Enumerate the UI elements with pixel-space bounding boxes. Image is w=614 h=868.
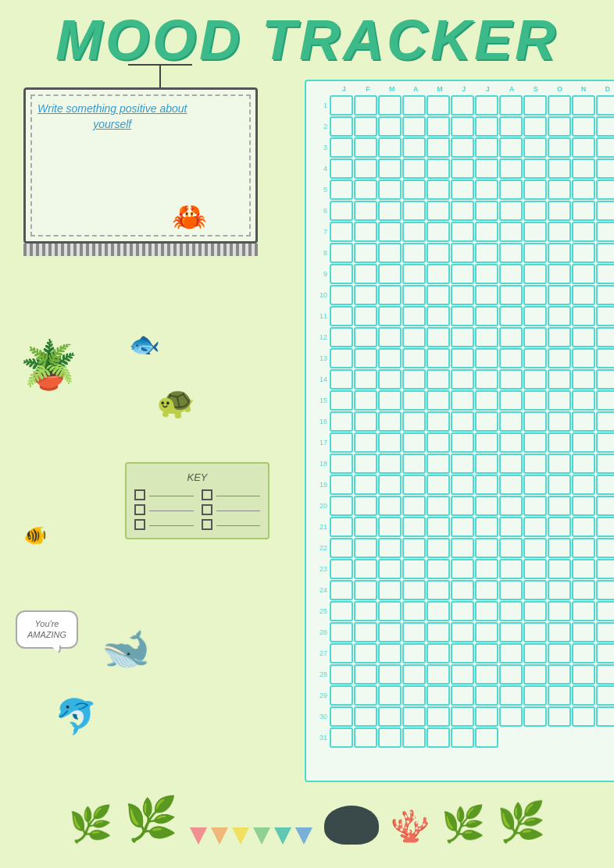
cell-day17-month1[interactable] xyxy=(330,432,353,453)
cell-day28-month7[interactable] xyxy=(475,664,498,685)
cell-day28-month1[interactable] xyxy=(330,664,353,685)
cell-day13-month11[interactable] xyxy=(572,348,595,368)
cell-day14-month4[interactable] xyxy=(402,369,426,390)
cell-day4-month9[interactable] xyxy=(523,158,547,179)
cell-day5-month1[interactable] xyxy=(330,180,353,200)
cell-day14-month2[interactable] xyxy=(354,369,377,390)
cell-day10-month12[interactable] xyxy=(596,285,614,305)
cell-day21-month7[interactable] xyxy=(475,517,498,537)
cell-day20-month3[interactable] xyxy=(378,496,402,516)
cell-day12-month9[interactable] xyxy=(523,327,547,347)
cell-day10-month5[interactable] xyxy=(427,285,450,305)
cell-day2-month10[interactable] xyxy=(548,116,571,137)
cell-day27-month4[interactable] xyxy=(402,643,426,663)
cell-day11-month11[interactable] xyxy=(572,306,595,326)
cell-day26-month12[interactable] xyxy=(596,622,614,642)
cell-day17-month8[interactable] xyxy=(499,432,523,453)
cell-day26-month11[interactable] xyxy=(572,622,595,642)
cell-day16-month1[interactable] xyxy=(330,411,353,432)
cell-day31-month2[interactable] xyxy=(354,727,377,748)
cell-day27-month1[interactable] xyxy=(330,643,353,663)
cell-day22-month3[interactable] xyxy=(378,538,402,558)
cell-day27-month11[interactable] xyxy=(572,643,595,663)
cell-day20-month6[interactable] xyxy=(451,496,474,516)
cell-day15-month7[interactable] xyxy=(475,390,498,411)
cell-day18-month9[interactable] xyxy=(523,454,547,474)
cell-day23-month3[interactable] xyxy=(378,559,402,579)
cell-day17-month3[interactable] xyxy=(378,432,402,453)
cell-day4-month2[interactable] xyxy=(354,158,377,179)
cell-day5-month10[interactable] xyxy=(548,180,571,200)
cell-day29-month7[interactable] xyxy=(475,685,498,706)
cell-day15-month2[interactable] xyxy=(354,390,377,411)
cell-day18-month6[interactable] xyxy=(451,454,474,474)
cell-day22-month5[interactable] xyxy=(427,538,450,558)
cell-day14-month8[interactable] xyxy=(499,369,523,390)
key-checkbox-5[interactable] xyxy=(134,519,145,530)
cell-day7-month7[interactable] xyxy=(475,222,498,242)
cell-day8-month4[interactable] xyxy=(402,243,426,263)
cell-day24-month8[interactable] xyxy=(499,580,523,600)
cell-day18-month8[interactable] xyxy=(499,454,523,474)
cell-day8-month1[interactable] xyxy=(330,243,353,263)
cell-day9-month5[interactable] xyxy=(427,264,450,284)
cell-day24-month1[interactable] xyxy=(330,580,353,600)
cell-day1-month4[interactable] xyxy=(402,95,426,116)
cell-day29-month8[interactable] xyxy=(499,685,523,706)
cell-day30-month6[interactable] xyxy=(451,706,474,727)
cell-day13-month6[interactable] xyxy=(451,348,474,368)
cell-day4-month7[interactable] xyxy=(475,158,498,179)
cell-day22-month10[interactable] xyxy=(548,538,571,558)
cell-day23-month7[interactable] xyxy=(475,559,498,579)
cell-day28-month3[interactable] xyxy=(378,664,402,685)
cell-day11-month3[interactable] xyxy=(378,306,402,326)
cell-day29-month11[interactable] xyxy=(572,685,595,706)
cell-day12-month6[interactable] xyxy=(451,327,474,347)
cell-day28-month8[interactable] xyxy=(499,664,523,685)
cell-day8-month10[interactable] xyxy=(548,243,571,263)
cell-day4-month5[interactable] xyxy=(427,158,450,179)
cell-day5-month7[interactable] xyxy=(475,180,498,200)
cell-day3-month5[interactable] xyxy=(427,137,450,158)
cell-day16-month3[interactable] xyxy=(378,411,402,432)
cell-day23-month4[interactable] xyxy=(402,559,426,579)
cell-day25-month1[interactable] xyxy=(330,601,353,621)
cell-day10-month1[interactable] xyxy=(330,285,353,305)
cell-day11-month6[interactable] xyxy=(451,306,474,326)
cell-day5-month6[interactable] xyxy=(451,180,474,200)
cell-day10-month6[interactable] xyxy=(451,285,474,305)
cell-day30-month8[interactable] xyxy=(499,706,523,727)
cell-day28-month2[interactable] xyxy=(354,664,377,685)
cell-day6-month11[interactable] xyxy=(572,201,595,221)
cell-day7-month11[interactable] xyxy=(572,222,595,242)
cell-day22-month8[interactable] xyxy=(499,538,523,558)
cell-day3-month8[interactable] xyxy=(499,137,523,158)
cell-day21-month10[interactable] xyxy=(548,517,571,537)
cell-day23-month2[interactable] xyxy=(354,559,377,579)
cell-day19-month6[interactable] xyxy=(451,475,474,495)
cell-day31-month1[interactable] xyxy=(330,727,353,748)
cell-day8-month6[interactable] xyxy=(451,243,474,263)
cell-day1-month6[interactable] xyxy=(451,95,474,116)
cell-day31-month3[interactable] xyxy=(378,727,402,748)
cell-day25-month7[interactable] xyxy=(475,601,498,621)
cell-day23-month9[interactable] xyxy=(523,559,547,579)
cell-day27-month5[interactable] xyxy=(427,643,450,663)
cell-day30-month10[interactable] xyxy=(548,706,571,727)
cell-day10-month10[interactable] xyxy=(548,285,571,305)
cell-day12-month2[interactable] xyxy=(354,327,377,347)
cell-day28-month4[interactable] xyxy=(402,664,426,685)
cell-day1-month1[interactable] xyxy=(330,95,353,116)
cell-day2-month2[interactable] xyxy=(354,116,377,137)
cell-day24-month10[interactable] xyxy=(548,580,571,600)
cell-day24-month4[interactable] xyxy=(402,580,426,600)
cell-day11-month12[interactable] xyxy=(596,306,614,326)
cell-day24-month12[interactable] xyxy=(596,580,614,600)
cell-day9-month10[interactable] xyxy=(548,264,571,284)
cell-day12-month12[interactable] xyxy=(596,327,614,347)
cell-day26-month3[interactable] xyxy=(378,622,402,642)
cell-day4-month3[interactable] xyxy=(378,158,402,179)
cell-day6-month4[interactable] xyxy=(402,201,426,221)
cell-day6-month10[interactable] xyxy=(548,201,571,221)
cell-day3-month4[interactable] xyxy=(402,137,426,158)
